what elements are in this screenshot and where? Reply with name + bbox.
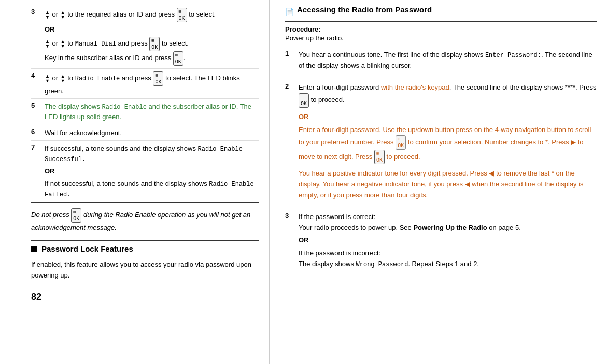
right-step-1: 1 You hear a continuous tone. The first … bbox=[285, 47, 597, 76]
or-label-3b: OR bbox=[299, 235, 597, 246]
ok-btn-3a: ⊞OK bbox=[177, 8, 187, 22]
page-number: 82 bbox=[31, 292, 259, 302]
ok-btn-note: ⊞OK bbox=[71, 208, 81, 223]
keypad-highlight: with the radio's keypad bbox=[381, 83, 449, 91]
step-3-sub: ▲▼ or ▲▼ to Manual Dial and press ⊞OK to… bbox=[45, 37, 259, 51]
section-square-icon bbox=[31, 246, 37, 252]
left-arrow-icon: ◀ bbox=[489, 169, 494, 177]
ok-btn-2a: ⊞OK bbox=[299, 93, 309, 108]
positive-tone-block: You hear a positive indicator tone for e… bbox=[299, 168, 597, 200]
or-label-7: OR bbox=[45, 166, 259, 177]
right-step-num-1: 1 bbox=[285, 50, 294, 57]
step-3-content: ▲▼ or ▲▼ to the required alias or ID and… bbox=[45, 8, 259, 66]
up-down-icon-3a: ▲▼ bbox=[45, 10, 50, 20]
step-4: 4 ▲▼ or ▲▼ to Radio Enable and press ⊞OK… bbox=[31, 69, 259, 99]
step-6: 6 Wait for acknowledgment. bbox=[31, 125, 259, 141]
step-num-4: 4 bbox=[31, 71, 40, 79]
step-3-key-in: Key in the subscriber alias or ID and pr… bbox=[45, 51, 259, 66]
step-3-or-label-1: or bbox=[52, 10, 60, 18]
positive-tone-text: You hear a positive indicator tone for e… bbox=[299, 169, 584, 199]
page-container: 3 ▲▼ or ▲▼ to the required alias or ID a… bbox=[0, 0, 607, 364]
ok-btn-4: ⊞OK bbox=[153, 71, 163, 86]
step-num-6: 6 bbox=[31, 128, 40, 136]
right-step-2: 2 Enter a four-digit password with the r… bbox=[285, 80, 597, 205]
up-down-icon-3b: ▲▼ bbox=[61, 10, 65, 20]
manual-dial-code: Manual Dial bbox=[75, 40, 116, 48]
section-desc: If enabled, this feature allows you to a… bbox=[31, 259, 259, 281]
ok-btn-2b: ⊞OK bbox=[396, 135, 406, 150]
section-heading-password: Password Lock Features bbox=[31, 244, 259, 253]
procedure-label: Procedure: bbox=[285, 25, 597, 33]
enter-password-code: Enter Password: bbox=[485, 52, 541, 59]
right-section-header: 📄 Accessing the Radio from Password bbox=[285, 5, 597, 18]
or-block-2: OR Enter a four-digit password. Use the … bbox=[299, 112, 597, 165]
ok-btn-3c: ⊞OK bbox=[173, 51, 183, 66]
right-step-1-content: You hear a continuous tone. The first li… bbox=[299, 50, 597, 71]
or-label-3a: OR bbox=[45, 24, 259, 35]
step-4-or: or bbox=[52, 74, 60, 82]
right-divider bbox=[285, 21, 597, 22]
radio-enable-failed-code: Radio Enable Failed. bbox=[45, 181, 254, 198]
right-arrow-icon: ▶ bbox=[571, 138, 576, 146]
radio-enable-successful-code: Radio Enable Successful. bbox=[45, 145, 243, 163]
right-column: 📄 Accessing the Radio from Password Proc… bbox=[270, 0, 607, 364]
up-down-icon-3d: ▲▼ bbox=[61, 39, 65, 49]
or-block-2-text: Enter a four-digit password. Use the up/… bbox=[299, 126, 591, 161]
radio-enable-code-4: Radio Enable bbox=[75, 75, 120, 82]
powering-up-bold: Powering Up the Radio bbox=[413, 224, 487, 231]
wrong-password-code: Wrong Password bbox=[356, 261, 408, 268]
radio-enable-code-5: Radio Enable bbox=[102, 104, 147, 111]
step-num-3: 3 bbox=[31, 8, 40, 16]
right-step-2-content: Enter a four-digit password with the rad… bbox=[299, 82, 597, 201]
step-5-content: The display shows Radio Enable and the s… bbox=[45, 101, 259, 122]
ok-btn-3b: ⊞OK bbox=[149, 37, 160, 51]
step-4-content: ▲▼ or ▲▼ to Radio Enable and press ⊞OK t… bbox=[45, 71, 259, 96]
step-num-7: 7 bbox=[31, 143, 40, 151]
or-label-2: OR bbox=[299, 112, 597, 123]
up-down-icon-4b: ▲▼ bbox=[61, 74, 65, 83]
step-num-5: 5 bbox=[31, 101, 40, 109]
up-down-icon-4a: ▲▼ bbox=[45, 74, 50, 83]
step-3: 3 ▲▼ or ▲▼ to the required alias or ID a… bbox=[31, 5, 259, 69]
procedure-intro: Power up the radio. bbox=[285, 34, 597, 42]
left-column: 3 ▲▼ or ▲▼ to the required alias or ID a… bbox=[0, 0, 270, 364]
step-6-content: Wait for acknowledgment. bbox=[45, 128, 259, 138]
right-section-title: Accessing the Radio from Password bbox=[297, 5, 432, 14]
up-down-icon-3c: ▲▼ bbox=[45, 39, 50, 49]
step-3-or-label-2: or bbox=[52, 39, 60, 47]
right-step-num-3: 3 bbox=[285, 212, 294, 220]
ok-btn-2c: ⊞OK bbox=[374, 150, 385, 164]
italic-note: Do not press ⊞OK during the Radio Enable… bbox=[31, 208, 259, 233]
document-icon: 📄 bbox=[285, 8, 294, 16]
section-title: Password Lock Features bbox=[41, 244, 133, 253]
step-5: 5 The display shows Radio Enable and the… bbox=[31, 99, 259, 125]
step-3-text-1: ▲▼ or ▲▼ to the required alias or ID and… bbox=[45, 10, 216, 18]
left-arrow-icon-2: ◀ bbox=[465, 180, 470, 188]
step-7: 7 If successful, a tone sounds and the d… bbox=[31, 141, 259, 203]
right-step-3: 3 If the password is correct: Your radio… bbox=[285, 209, 597, 272]
right-step-num-2: 2 bbox=[285, 82, 294, 90]
step-7-content: If successful, a tone sounds and the dis… bbox=[45, 143, 259, 199]
section-divider bbox=[31, 240, 259, 241]
right-step-3-content: If the password is correct: Your radio p… bbox=[299, 212, 597, 270]
